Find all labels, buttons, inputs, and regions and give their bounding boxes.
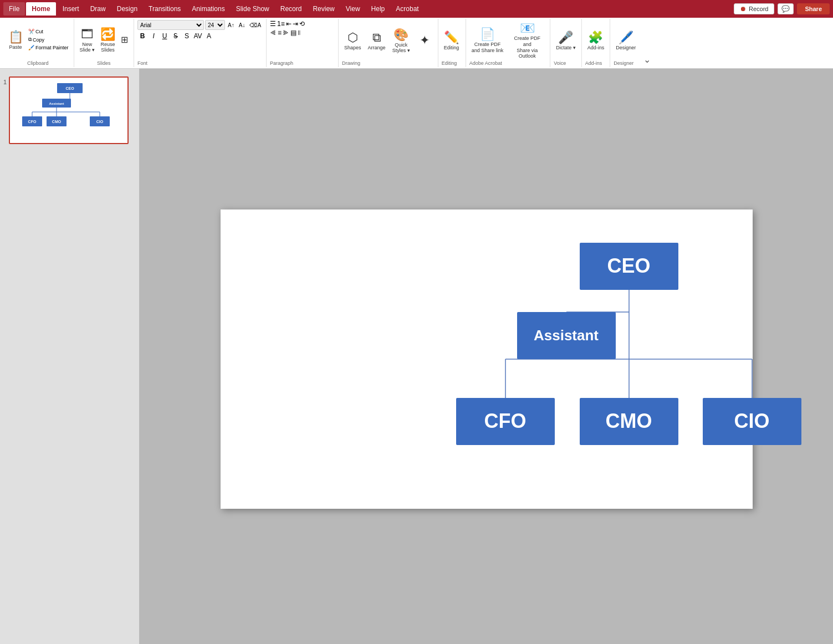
ribbon: File Home Insert Draw Design Transitions… — [0, 0, 833, 69]
designer-icon: 🖊️ — [619, 30, 633, 45]
tab-transitions[interactable]: Transitions — [143, 2, 186, 16]
adobe-label: Adobe Acrobat — [469, 60, 547, 66]
pdf-outlook-icon: 📧 — [520, 21, 535, 35]
drawing-label: Drawing — [342, 60, 435, 66]
layout-button[interactable]: ⊞ — [119, 33, 130, 46]
shadow-button[interactable]: S — [182, 31, 192, 41]
share-button[interactable]: Share — [797, 3, 830, 14]
tab-slideshow[interactable]: Slide Show — [231, 2, 275, 16]
font-label: Font — [137, 60, 263, 66]
record-button[interactable]: ⏺ Record — [734, 3, 774, 14]
slides-label: Slides — [97, 60, 111, 66]
create-pdf-share-button[interactable]: 📄 Create PDFand Share link — [469, 26, 506, 55]
pdf-share-icon: 📄 — [480, 27, 495, 42]
columns-button[interactable]: ⫴ — [298, 29, 300, 37]
addins-group: 🧩 Add-ins Add-ins — [582, 19, 611, 67]
strikethrough-button[interactable]: S̶ — [171, 31, 181, 41]
italic-button[interactable]: I — [149, 31, 159, 41]
shapes-button[interactable]: ⬡ Shapes — [342, 29, 364, 52]
numbering-button[interactable]: 1≡ — [277, 20, 285, 28]
editing-group: ✏️ Editing Editing — [438, 19, 466, 67]
tab-insert[interactable]: Insert — [57, 2, 85, 16]
cut-icon: ✂️ — [28, 29, 34, 34]
assistant-box[interactable]: Assistant — [517, 312, 616, 359]
indent-increase-button[interactable]: ⇥ — [293, 20, 298, 28]
copy-icon: ⧉ — [28, 37, 32, 43]
addins-icon: 🧩 — [588, 30, 603, 45]
indent-decrease-button[interactable]: ⇤ — [286, 20, 292, 28]
paste-button[interactable]: 📋 Paste — [6, 29, 25, 51]
ceo-box[interactable]: CEO — [580, 243, 678, 290]
reuse-slides-button[interactable]: 🔁 ReuseSlides — [98, 26, 117, 54]
tab-draw[interactable]: Draw — [85, 2, 111, 16]
cio-box[interactable]: CIO — [703, 398, 801, 445]
create-pdf-outlook-button[interactable]: 📧 Create PDF andShare via Outlook — [508, 20, 546, 60]
copy-button[interactable]: ⧉ Copy — [27, 36, 70, 43]
record-icon: ⏺ — [740, 5, 747, 13]
slides-group: 🗔 NewSlide ▾ 🔁 ReuseSlides ⊞ Slides — [74, 19, 135, 67]
align-left-button[interactable]: ⫷ — [270, 29, 277, 37]
new-slide-button[interactable]: 🗔 NewSlide ▾ — [78, 26, 98, 54]
tab-record[interactable]: Record — [275, 2, 308, 16]
paragraph-label: Paragraph — [270, 60, 335, 66]
shape-effects-button[interactable]: ✦ — [415, 32, 435, 49]
clipboard-group: 📋 Paste ✂️ Cut ⧉ Copy 🖌️ Format Painter — [2, 19, 74, 67]
cfo-box[interactable]: CFO — [456, 398, 555, 445]
comment-button[interactable]: 💬 — [778, 3, 794, 14]
format-painter-button[interactable]: 🖌️ Format Painter — [27, 44, 70, 51]
dictate-button[interactable]: 🎤 Dictate ▾ — [554, 29, 578, 52]
editing-button[interactable]: ✏️ Editing — [442, 29, 462, 52]
bold-button[interactable]: B — [137, 31, 147, 41]
tab-home[interactable]: Home — [26, 2, 55, 16]
align-center-button[interactable]: ≡ — [278, 29, 282, 37]
slide-canvas[interactable]: CEO Assistant CFO CMO CIO — [221, 209, 753, 509]
arrange-icon: ⧉ — [372, 30, 381, 45]
cut-button[interactable]: ✂️ Cut — [27, 28, 70, 35]
workspace: 1 CEO Assistant — [0, 69, 833, 644]
underline-button[interactable]: U — [160, 31, 170, 41]
tab-acrobat[interactable]: Acrobat — [390, 2, 424, 16]
font-name-select[interactable]: Arial — [137, 20, 204, 30]
editing-icon: ✏️ — [444, 30, 459, 45]
addins-button[interactable]: 🧩 Add-ins — [585, 29, 607, 52]
slides-panel: 1 CEO Assistant — [0, 69, 140, 644]
bullets-button[interactable]: ☰ — [270, 20, 276, 28]
text-color-button[interactable]: A — [204, 31, 214, 41]
shape-effects-icon: ✦ — [420, 33, 430, 48]
decrease-font-button[interactable]: A↓ — [237, 22, 247, 29]
designer-button[interactable]: 🖊️ Designer — [614, 29, 638, 52]
tab-review[interactable]: Review — [307, 2, 340, 16]
tab-animations[interactable]: Animations — [186, 2, 230, 16]
paragraph-group: ☰ 1≡ ⇤ ⇥ ⟲ ⫷ ≡ ⫸ ▤ ⫴ Paragraph — [267, 19, 339, 67]
align-right-button[interactable]: ⫸ — [283, 29, 289, 37]
increase-font-button[interactable]: A↑ — [226, 22, 236, 29]
designer-label: Designer — [614, 60, 638, 66]
voice-group: 🎤 Dictate ▾ Voice — [550, 19, 582, 67]
justify-button[interactable]: ▤ — [290, 29, 297, 37]
tab-view[interactable]: View — [340, 2, 366, 16]
ribbon-more-button[interactable]: ⌄ — [641, 19, 653, 67]
dictate-icon: 🎤 — [558, 30, 573, 45]
slide-number-label: 1 — [3, 79, 7, 85]
tab-help[interactable]: Help — [366, 2, 391, 16]
svg-text:Assistant: Assistant — [49, 102, 64, 105]
addins-label: Add-ins — [585, 60, 607, 66]
ribbon-content: 📋 Paste ✂️ Cut ⧉ Copy 🖌️ Format Painter — [0, 18, 833, 69]
font-size-select[interactable]: 24 — [205, 20, 225, 30]
tab-design[interactable]: Design — [111, 2, 143, 16]
arrange-button[interactable]: ⧉ Arrange — [366, 29, 388, 52]
slide-thumbnail[interactable]: CEO Assistant CFO — [9, 76, 129, 144]
quick-styles-button[interactable]: 🎨 QuickStyles ▾ — [390, 27, 412, 54]
drawing-group: ⬡ Shapes ⧉ Arrange 🎨 QuickStyles ▾ ✦ Dra… — [339, 19, 438, 67]
clear-format-button[interactable]: ⌫A — [248, 22, 263, 29]
adobe-group: 📄 Create PDFand Share link 📧 Create PDF … — [466, 19, 551, 67]
paste-icon: 📋 — [8, 30, 23, 44]
char-spacing-button[interactable]: AV — [193, 31, 203, 41]
designer-group: 🖊️ Designer Designer — [610, 19, 641, 67]
format-painter-icon: 🖌️ — [28, 45, 34, 50]
cmo-box[interactable]: CMO — [580, 398, 678, 445]
tab-file[interactable]: File — [3, 2, 25, 16]
voice-label: Voice — [554, 60, 578, 66]
editing-label: Editing — [442, 60, 462, 66]
convert-smartart-button[interactable]: ⟲ — [299, 20, 305, 28]
